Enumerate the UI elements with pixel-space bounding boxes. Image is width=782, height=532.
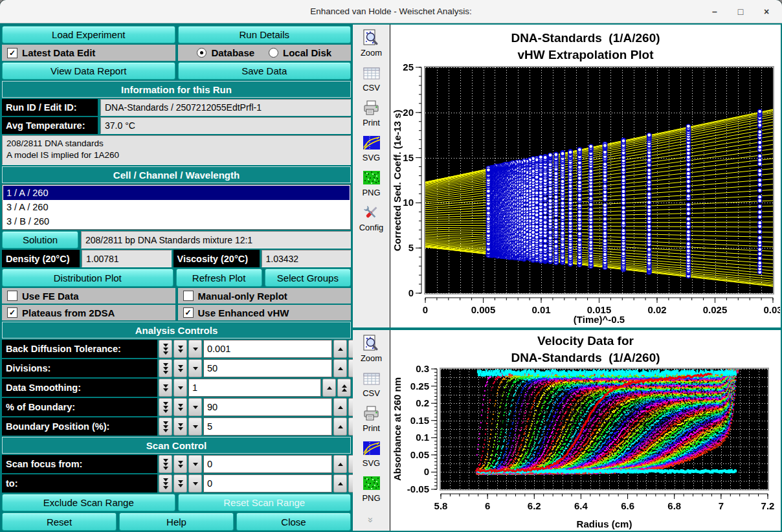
database-radio[interactable]: Database bbox=[197, 47, 254, 58]
enhanced-vhw-checkbox[interactable]: Use Enhanced vHW bbox=[178, 305, 352, 320]
spin-down-fine-button[interactable] bbox=[188, 340, 202, 358]
spin-down-medium-button[interactable] bbox=[173, 359, 187, 377]
plateaus-2dsa-label: Plateaus from 2DSA bbox=[22, 307, 115, 318]
spin-up-fine-button[interactable] bbox=[333, 455, 347, 473]
manual-replot-checkbox[interactable]: Manual-only Replot bbox=[178, 288, 352, 304]
spin-up-fine-button[interactable] bbox=[333, 359, 347, 377]
print-tool-button[interactable]: Print bbox=[362, 98, 381, 127]
zoom-document-icon bbox=[361, 334, 381, 353]
printer-icon bbox=[362, 98, 381, 118]
use-fe-data-checkbox[interactable]: Use FE Data bbox=[2, 288, 175, 304]
triple-list-item[interactable]: 1 / A / 260 bbox=[3, 186, 350, 200]
radio-selected-icon bbox=[197, 48, 207, 58]
vhw-extrapolation-frame: Zoom CSV Print SVG bbox=[353, 25, 781, 327]
spreadsheet-icon bbox=[362, 369, 381, 388]
latest-data-edit-checkbox[interactable]: Latest Data Edit bbox=[2, 45, 175, 61]
scan-focus-from-input[interactable] bbox=[203, 455, 332, 473]
use-fe-data-label: Use FE Data bbox=[22, 291, 79, 302]
exclude-scan-range-button[interactable]: Exclude Scan Range bbox=[2, 494, 175, 511]
maximize-button[interactable]: □ bbox=[730, 3, 751, 20]
printer-icon bbox=[362, 404, 381, 423]
spin-down-fine-button[interactable] bbox=[188, 398, 202, 416]
spin-down-fine-button[interactable] bbox=[188, 417, 202, 436]
radio-icon bbox=[269, 48, 278, 58]
zoom-tool-button[interactable]: Zoom bbox=[361, 28, 382, 58]
help-button[interactable]: Help bbox=[119, 513, 234, 531]
spin-up-fine-button[interactable] bbox=[322, 379, 336, 397]
triple-list-item[interactable]: 3 / A / 260 bbox=[3, 200, 350, 214]
solution-button[interactable]: Solution bbox=[2, 231, 78, 249]
config-tool-button[interactable]: Config bbox=[359, 203, 384, 232]
toolbar-more-chevron-icon[interactable]: » bbox=[366, 517, 377, 522]
spin-down-medium-button[interactable] bbox=[173, 417, 187, 436]
scan-focus-to-input[interactable] bbox=[203, 474, 332, 493]
png-image-icon bbox=[362, 474, 381, 493]
run-details-button[interactable]: Run Details bbox=[178, 26, 352, 43]
svg-plot-icon bbox=[362, 133, 381, 153]
triple-list: 1 / A / 260 3 / A / 260 3 / B / 260 bbox=[2, 184, 351, 230]
window-title: Enhanced van Holde - Weischet Analysis: bbox=[0, 6, 782, 16]
print-tool-button[interactable]: Print bbox=[362, 404, 381, 433]
spin-down-fine-button[interactable] bbox=[188, 359, 202, 377]
save-data-button[interactable]: Save Data bbox=[178, 62, 352, 80]
close-window-button[interactable]: × bbox=[756, 3, 777, 20]
spin-down-fine-button[interactable] bbox=[188, 474, 202, 493]
reset-scan-range-button[interactable]: Reset Scan Range bbox=[178, 494, 352, 511]
density-value: 1.00781 bbox=[82, 250, 172, 267]
bottom-plot-toolbar: Zoom CSV Print SVG bbox=[353, 330, 390, 531]
distribution-plot-button[interactable]: Distribution Plot bbox=[2, 269, 173, 287]
spin-down-medium-button[interactable] bbox=[173, 398, 187, 416]
spin-up-fine-button[interactable] bbox=[333, 474, 347, 493]
vhw-extrapolation-canvas[interactable] bbox=[390, 25, 780, 327]
back-diffusion-tolerance-label: Back Diffusion Tolerance: bbox=[2, 340, 157, 358]
select-groups-button[interactable]: Select Groups bbox=[265, 269, 351, 287]
png-tool-button[interactable]: PNG bbox=[362, 474, 381, 503]
pct-of-boundary-input[interactable] bbox=[203, 398, 332, 416]
spin-down-coarse-button[interactable] bbox=[159, 417, 172, 436]
load-experiment-button[interactable]: Load Experiment bbox=[2, 26, 175, 43]
zoom-tool-button[interactable]: Zoom bbox=[361, 334, 382, 363]
png-image-icon bbox=[362, 168, 381, 188]
csv-tool-label: CSV bbox=[363, 83, 380, 93]
spin-down-medium-button[interactable] bbox=[173, 474, 187, 493]
divisions-input[interactable] bbox=[203, 359, 332, 377]
spin-down-coarse-button[interactable] bbox=[159, 474, 172, 493]
data-smoothing-input[interactable] bbox=[188, 379, 321, 397]
refresh-plot-button[interactable]: Refresh Plot bbox=[176, 269, 262, 287]
avg-temp-label: Avg Temperature: bbox=[2, 117, 98, 134]
svg-tool-button[interactable]: SVG bbox=[362, 133, 381, 162]
triple-header: Cell / Channel / Wavelength bbox=[2, 166, 351, 183]
csv-tool-button[interactable]: CSV bbox=[362, 369, 381, 398]
spin-down-fine-button[interactable] bbox=[173, 379, 187, 397]
spin-up-medium-button[interactable] bbox=[337, 379, 351, 397]
triple-list-item[interactable]: 3 / B / 260 bbox=[3, 214, 350, 228]
velocity-data-canvas[interactable] bbox=[390, 330, 780, 531]
spin-down-coarse-button[interactable] bbox=[159, 340, 172, 358]
local-disk-radio[interactable]: Local Disk bbox=[269, 47, 331, 58]
close-button[interactable]: Close bbox=[236, 513, 351, 531]
zoom-document-icon bbox=[361, 28, 381, 48]
zoom-tool-label: Zoom bbox=[361, 353, 382, 363]
spin-down-medium-button[interactable] bbox=[173, 340, 187, 358]
spin-up-fine-button[interactable] bbox=[333, 340, 347, 358]
spin-up-fine-button[interactable] bbox=[333, 398, 347, 416]
view-data-report-button[interactable]: View Data Report bbox=[2, 62, 175, 80]
csv-tool-button[interactable]: CSV bbox=[362, 63, 381, 93]
spin-down-coarse-button[interactable] bbox=[159, 455, 172, 473]
spin-down-coarse-button[interactable] bbox=[159, 359, 172, 377]
scan-focus-to-label: to: bbox=[2, 474, 157, 493]
boundary-position-label: Boundary Position (%): bbox=[2, 417, 157, 436]
minimize-button[interactable]: – bbox=[704, 3, 725, 20]
svg-tool-button[interactable]: SVG bbox=[362, 439, 381, 468]
plateaus-2dsa-checkbox[interactable]: Plateaus from 2DSA bbox=[2, 305, 175, 320]
spin-up-fine-button[interactable] bbox=[333, 417, 347, 436]
spin-down-coarse-button[interactable] bbox=[159, 398, 172, 416]
reset-button[interactable]: Reset bbox=[2, 513, 117, 531]
spin-down-fine-button[interactable] bbox=[188, 455, 202, 473]
titlebar[interactable]: Enhanced van Holde - Weischet Analysis: … bbox=[0, 0, 782, 23]
spin-down-medium-button[interactable] bbox=[173, 455, 187, 473]
back-diffusion-tolerance-input[interactable] bbox=[203, 340, 332, 358]
png-tool-button[interactable]: PNG bbox=[362, 168, 381, 197]
spin-down-medium-button[interactable] bbox=[159, 379, 172, 397]
boundary-position-input[interactable] bbox=[203, 417, 332, 436]
